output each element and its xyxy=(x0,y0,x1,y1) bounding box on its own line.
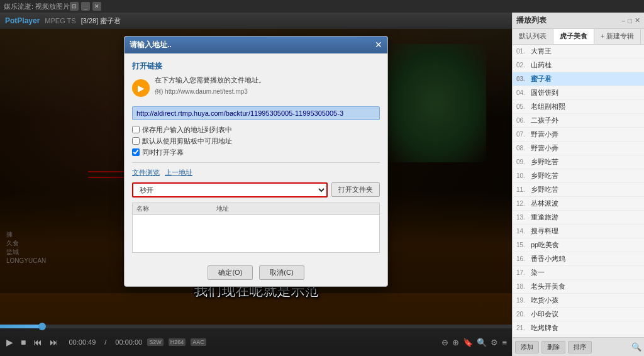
playlist-item-20[interactable]: 20.小印会议 xyxy=(513,308,644,321)
playlist-item-18[interactable]: 18.老头开美食 xyxy=(513,280,644,294)
play-btn[interactable]: ▶ xyxy=(5,336,14,348)
checkbox-clipboard: 默认从使用剪贴板中可用地址 xyxy=(132,136,380,146)
sidebar-ctrl-3[interactable]: ✕ xyxy=(635,16,640,25)
item-num-6: 06. xyxy=(516,117,529,124)
dialog-open-folder-btn[interactable]: 打开文件夹 xyxy=(331,182,380,197)
dialog-ok-btn[interactable]: 确定(O) xyxy=(208,265,253,280)
checkbox-save-input[interactable] xyxy=(132,126,140,133)
close-btn[interactable]: ✕ xyxy=(92,2,101,11)
dialog-dropdown-row: 秒开 打开文件夹 xyxy=(132,182,380,197)
dialog-section-title: 打开链接 xyxy=(132,61,380,72)
item-name-6: 二孩子外 xyxy=(531,116,640,125)
item-num-18: 18. xyxy=(516,283,529,290)
playlist-item-5[interactable]: 05.老组副相熙 xyxy=(513,100,644,114)
playlist-item-17[interactable]: 17.染一 xyxy=(513,266,644,280)
dialog-cancel-btn[interactable]: 取消(C) xyxy=(259,265,304,280)
list-col-name: 名称 xyxy=(136,204,216,213)
url-dialog: 请输入地址.. ✕ 打开链接 ▶ 在下方输入您需要播放的文件地址。 例) htt… xyxy=(124,36,388,287)
playlist-item-3[interactable]: 03.蜜子君 xyxy=(513,72,644,86)
control-row: ▶ ■ ⏮ ⏭ 00:00:49 / 00:00:00 S2W H264 AAC… xyxy=(0,328,512,356)
video-content[interactable]: 擁 久食 盐城 LONGYUCAN 我们现在呢就是示范 请输入地址.. ✕ xyxy=(0,29,512,325)
playlist-item-4[interactable]: 04.圆饼饼到 xyxy=(513,86,644,100)
playlist-item-15[interactable]: 15.pp吃美食 xyxy=(513,238,644,252)
ctrl-right: ⊖ ⊕ 🔖 🔍 ⚙ ≡ xyxy=(441,338,507,347)
playlist-item-14[interactable]: 14.搜寻料理 xyxy=(513,225,644,238)
item-num-4: 04. xyxy=(516,89,529,96)
playlist-item-6[interactable]: 06.二孩子外 xyxy=(513,114,644,128)
item-num-1: 01. xyxy=(516,48,529,55)
item-name-7: 野营小弄 xyxy=(531,130,640,139)
sort-btn[interactable]: 排序 xyxy=(568,341,592,353)
zoom-in-icon[interactable]: ⊕ xyxy=(452,338,459,347)
playlist-item-19[interactable]: 19.吃货小孩 xyxy=(513,294,644,308)
playlist-item-9[interactable]: 09.乡野吃苦 xyxy=(513,155,644,169)
url-input[interactable] xyxy=(132,106,380,120)
playlist-item-2[interactable]: 02.山药桂 xyxy=(513,58,644,72)
playlist-item-21[interactable]: 21.吃烤牌食 xyxy=(513,321,644,335)
item-name-2: 山药桂 xyxy=(531,60,640,70)
dialog-desc: 在下方输入您需要播放的文件地址。 xyxy=(155,75,265,85)
menu-icon[interactable]: ≡ xyxy=(502,338,507,347)
playlist-item-8[interactable]: 08.野营小弄 xyxy=(513,142,644,155)
dialog-title-bar: 请输入地址.. ✕ xyxy=(125,36,387,53)
checkbox-clipboard-label: 默认从使用剪贴板中可用地址 xyxy=(142,136,232,146)
app-logo: PotPlayer xyxy=(5,16,40,25)
dialog-browse-link[interactable]: 文件浏览 xyxy=(132,168,160,177)
progress-bar[interactable] xyxy=(0,325,512,328)
playlist-item-16[interactable]: 16.番香小烤鸡 xyxy=(513,252,644,266)
stop-btn[interactable]: ■ xyxy=(19,336,27,348)
restore-btn[interactable]: ⊡ xyxy=(70,2,79,11)
item-name-4: 圆饼饼到 xyxy=(531,88,640,97)
dialog-close-btn[interactable]: ✕ xyxy=(375,40,382,50)
dialog-dropdown[interactable]: 秒开 xyxy=(132,182,328,197)
bookmark-icon[interactable]: 🔖 xyxy=(463,338,473,347)
dialog-hint: 例) http://www.daum.net/test.mp3 xyxy=(155,87,265,96)
minimize-btn[interactable]: _ xyxy=(81,2,90,11)
playlist-item-11[interactable]: 11.乡野吃苦 xyxy=(513,183,644,197)
checkbox-save-label: 保存用户输入的地址到列表中 xyxy=(142,125,232,135)
sidebar-ctrl-2[interactable]: □ xyxy=(628,17,632,25)
search-icon[interactable]: 🔍 xyxy=(477,338,487,347)
item-num-17: 17. xyxy=(516,269,529,276)
checkbox-save: 保存用户输入的地址到列表中 xyxy=(132,125,380,135)
tab-default-list[interactable]: 默认列表 xyxy=(513,29,553,44)
item-name-10: 乡野吃苦 xyxy=(531,171,640,181)
item-name-20: 小印会议 xyxy=(531,309,640,319)
item-num-12: 12. xyxy=(516,200,529,207)
time-total: 00:00:00 xyxy=(115,338,142,346)
item-name-16: 番香小烤鸡 xyxy=(531,254,640,264)
dialog-prev-link[interactable]: 上一地址 xyxy=(165,168,192,177)
playlist-item-1[interactable]: 01.大胃王 xyxy=(513,45,644,58)
tab-huzi-food[interactable]: 虎子美食 xyxy=(553,29,594,44)
dialog-overlay: 请输入地址.. ✕ 打开链接 ▶ 在下方输入您需要播放的文件地址。 例) htt… xyxy=(0,29,512,293)
add-btn[interactable]: 添加 xyxy=(515,341,539,353)
item-num-9: 09. xyxy=(516,159,529,165)
player-controls: ▶ ■ ⏮ ⏭ 00:00:49 / 00:00:00 S2W H264 AAC… xyxy=(0,325,512,356)
playlist-item-12[interactable]: 12.丛林派波 xyxy=(513,197,644,211)
sidebar-ctrl-1[interactable]: − xyxy=(621,17,625,25)
checkbox-clipboard-input[interactable] xyxy=(132,137,140,145)
item-num-14: 14. xyxy=(516,228,529,235)
item-num-8: 08. xyxy=(516,145,529,152)
zoom-out-icon[interactable]: ⊖ xyxy=(441,338,448,347)
checkbox-subtitle-label: 同时打开字幕 xyxy=(142,148,184,157)
tab-new-album[interactable]: + 新建专辑 xyxy=(594,29,641,44)
playlist-item-7[interactable]: 07.野营小弄 xyxy=(513,128,644,142)
playlist-search-icon[interactable]: 🔍 xyxy=(631,342,641,352)
item-name-9: 乡野吃苦 xyxy=(531,157,640,167)
item-name-5: 老组副相熙 xyxy=(531,102,640,111)
settings-icon[interactable]: ⚙ xyxy=(491,338,498,347)
playlist-item-10[interactable]: 10.乡野吃苦 xyxy=(513,169,644,183)
checkbox-subtitle-input[interactable] xyxy=(132,148,140,156)
item-name-17: 染一 xyxy=(531,268,640,277)
playlist-item-13[interactable]: 13.重逢旅游 xyxy=(513,211,644,225)
delete-btn[interactable]: 删除 xyxy=(541,341,565,353)
item-num-3: 03. xyxy=(516,75,529,82)
sidebar-title: 播放列表 xyxy=(516,15,619,26)
window-controls[interactable]: ⊡ _ ✕ xyxy=(70,2,101,11)
item-name-12: 丛林派波 xyxy=(531,199,640,208)
prev-btn[interactable]: ⏮ xyxy=(32,336,43,348)
progress-thumb[interactable] xyxy=(38,323,46,330)
time-current: 00:00:49 xyxy=(69,338,96,346)
next-btn[interactable]: ⏭ xyxy=(48,336,60,348)
